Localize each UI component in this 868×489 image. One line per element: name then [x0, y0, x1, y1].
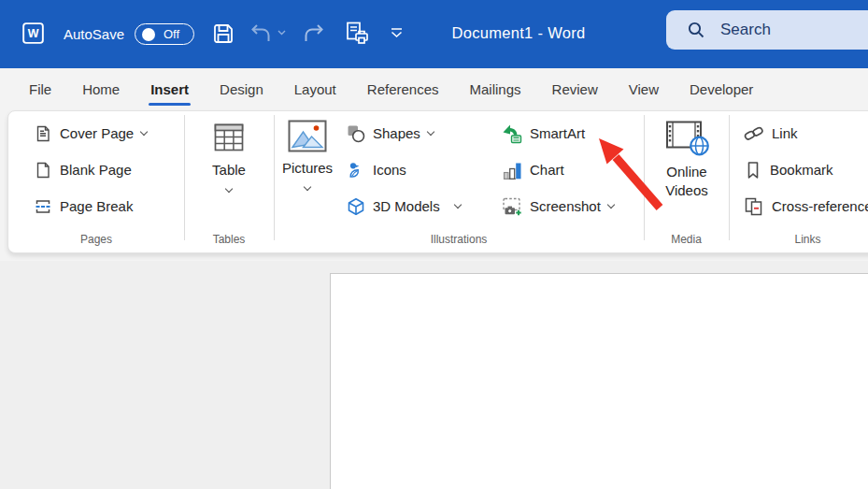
pictures-icon	[288, 120, 327, 153]
blank-page-label: Blank Page	[60, 162, 132, 178]
screenshot-icon	[502, 196, 522, 217]
3d-models-icon	[347, 197, 365, 216]
group-label-pages: Pages	[8, 233, 184, 246]
smartart-button[interactable]: SmartArt	[502, 115, 644, 151]
screenshot-button[interactable]: Screenshot	[502, 188, 644, 224]
group-label-links: Links	[729, 233, 868, 246]
word-window: W AutoSave Off Document1 - Word	[0, 0, 868, 489]
toggle-knob	[142, 28, 155, 41]
document-page[interactable]	[330, 273, 868, 489]
undo-button[interactable]	[249, 23, 272, 44]
bookmark-button[interactable]: Bookmark	[744, 151, 868, 188]
shapes-button[interactable]: Shapes	[347, 115, 502, 151]
tab-mailings[interactable]: Mailings	[470, 81, 521, 97]
icons-label: Icons	[373, 162, 406, 178]
table-label: Table	[212, 161, 246, 180]
online-videos-button[interactable]: Online Videos	[651, 111, 722, 200]
smartart-label: SmartArt	[530, 125, 585, 141]
chevron-down-icon	[453, 200, 461, 208]
search-input[interactable]	[720, 21, 832, 39]
autosave-label: AutoSave	[64, 26, 124, 42]
blank-page-icon	[34, 161, 52, 180]
ribbon-tab-row: File Home Insert Design Layout Reference…	[0, 68, 868, 110]
tab-review[interactable]: Review	[552, 81, 598, 97]
shapes-icon	[347, 124, 365, 143]
table-icon	[211, 120, 247, 155]
bookmark-label: Bookmark	[770, 162, 833, 178]
chevron-down-icon	[607, 200, 615, 208]
chevron-down-icon	[225, 185, 233, 193]
group-illustrations: Pictures Shapes Icons	[274, 111, 644, 252]
pictures-label: Pictures	[282, 159, 333, 178]
print-preview-button[interactable]	[344, 21, 370, 47]
link-icon	[744, 123, 764, 144]
tab-insert[interactable]: Insert	[150, 81, 189, 97]
3d-models-label: 3D Models	[373, 198, 440, 214]
document-canvas-area	[0, 261, 868, 489]
cover-page-button[interactable]: Cover Page	[34, 115, 184, 151]
tab-file[interactable]: File	[29, 81, 51, 97]
page-break-icon	[34, 197, 52, 216]
svg-text:W: W	[28, 27, 39, 40]
chart-icon	[502, 160, 522, 180]
group-label-illustrations: Illustrations	[274, 233, 644, 246]
tab-references[interactable]: References	[367, 81, 439, 97]
group-pages: Cover Page Blank Page Page Break Pages	[8, 111, 184, 252]
group-links: Link Bookmark Cross-reference Links	[729, 111, 868, 252]
group-tables: Table Tables	[184, 111, 274, 252]
ribbon-panel: Cover Page Blank Page Page Break Pages	[7, 110, 868, 253]
group-media: Online Videos Media	[644, 111, 729, 252]
link-label: Link	[772, 125, 798, 141]
chart-button[interactable]: Chart	[502, 151, 644, 188]
save-button[interactable]	[211, 22, 235, 46]
cover-page-label: Cover Page	[60, 125, 134, 141]
online-videos-label: Online Videos	[651, 163, 722, 200]
blank-page-button[interactable]: Blank Page	[34, 151, 184, 188]
tab-design[interactable]: Design	[220, 81, 263, 97]
tab-view[interactable]: View	[629, 81, 659, 97]
undo-dropdown-chevron[interactable]	[277, 30, 286, 36]
pictures-button[interactable]: Pictures	[277, 111, 338, 190]
screenshot-label: Screenshot	[530, 198, 601, 214]
3d-models-button[interactable]: 3D Models	[347, 188, 502, 224]
icons-icon	[347, 161, 365, 180]
smartart-icon	[502, 123, 522, 144]
tab-home[interactable]: Home	[82, 81, 120, 97]
tab-developer[interactable]: Developer	[690, 81, 753, 97]
chart-label: Chart	[530, 162, 564, 178]
shapes-label: Shapes	[373, 125, 420, 141]
cover-page-icon	[34, 124, 52, 143]
cross-reference-button[interactable]: Cross-reference	[744, 188, 868, 224]
cross-reference-label: Cross-reference	[772, 198, 868, 214]
toggle-state-label: Off	[164, 27, 179, 41]
search-box[interactable]	[666, 10, 868, 50]
chevron-down-icon	[140, 127, 148, 135]
document-title: Document1 - Word	[374, 24, 663, 42]
redo-button[interactable]	[303, 23, 325, 44]
online-videos-icon	[663, 118, 710, 157]
page-break-button[interactable]: Page Break	[34, 188, 184, 224]
word-app-icon: W	[22, 22, 44, 44]
link-button[interactable]: Link	[744, 115, 868, 151]
group-label-media: Media	[644, 233, 729, 246]
bookmark-icon	[744, 161, 762, 180]
autosave-toggle[interactable]: Off	[135, 23, 194, 45]
icons-button[interactable]: Icons	[347, 151, 502, 188]
table-button[interactable]: Table	[184, 111, 274, 192]
chevron-down-icon	[304, 183, 311, 191]
chevron-down-icon	[427, 127, 434, 135]
search-icon	[687, 21, 705, 39]
title-bar: W AutoSave Off Document1 - Word	[0, 0, 868, 68]
tab-layout[interactable]: Layout	[294, 81, 336, 97]
group-label-tables: Tables	[184, 233, 274, 246]
page-break-label: Page Break	[60, 198, 133, 214]
cross-reference-icon	[744, 196, 764, 217]
